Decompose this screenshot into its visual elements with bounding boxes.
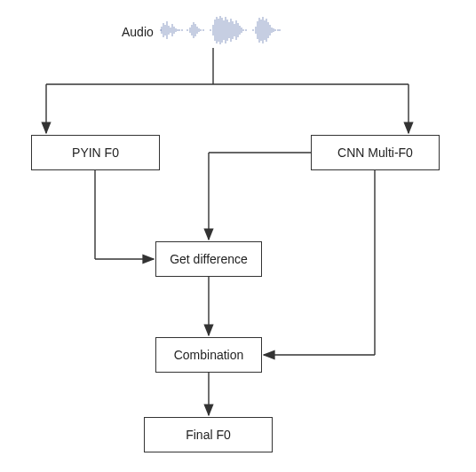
get-difference-box: Get difference bbox=[155, 241, 262, 277]
audio-label: Audio bbox=[122, 25, 154, 39]
cnn-multi-f0-box: CNN Multi-F0 bbox=[311, 135, 440, 170]
pyin-f0-box: PYIN F0 bbox=[31, 135, 160, 170]
flow-arrows bbox=[0, 0, 476, 472]
final-f0-box: Final F0 bbox=[144, 417, 273, 452]
combination-box: Combination bbox=[155, 337, 262, 373]
waveform-icon bbox=[160, 14, 284, 46]
